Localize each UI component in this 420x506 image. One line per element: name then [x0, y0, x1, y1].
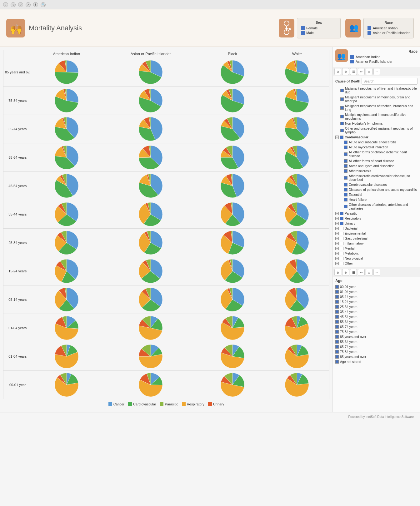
pie-cell-r11-c2[interactable]	[200, 371, 265, 399]
age-7584b[interactable]: 75-84 years	[335, 349, 418, 354]
cod-environmental-cb[interactable]	[340, 232, 343, 235]
pie-chart-r6-c2[interactable]	[202, 230, 263, 255]
cod-malignant-trachea[interactable]: Malignant neoplasms of trachea, bronchus…	[335, 103, 418, 112]
age-85over[interactable]: 85 years and over	[335, 334, 418, 339]
age-6574[interactable]: 65-74 years	[335, 324, 418, 329]
pie-cell-r10-c0[interactable]	[32, 342, 101, 371]
cod-ae-cb[interactable]	[344, 141, 348, 144]
cod-gastrointestinal[interactable]: + Gastrointestinal	[335, 236, 418, 241]
sidebar-tb-more[interactable]: ···	[373, 269, 380, 276]
pie-cell-r1-c2[interactable]	[200, 87, 265, 115]
pie-chart-r6-c3[interactable]	[267, 230, 328, 255]
cod-multiple-myeloma[interactable]: Multiple myeloma and immunoproliferative…	[335, 112, 418, 121]
age-7584-cb[interactable]	[335, 330, 339, 334]
pie-cell-r2-c1[interactable]	[101, 115, 200, 143]
cod-am-cb[interactable]	[344, 146, 348, 149]
cod-urinary-expand[interactable]: +	[335, 222, 339, 225]
cod-inflammatory-expand[interactable]: +	[335, 242, 339, 245]
pie-cell-r10-c3[interactable]	[265, 342, 329, 371]
pie-cell-r11-c1[interactable]	[101, 371, 200, 399]
pie-cell-r10-c1[interactable]	[101, 342, 200, 371]
pie-chart-r2-c1[interactable]	[103, 117, 198, 141]
pie-cell-r8-c3[interactable]	[265, 285, 329, 314]
pie-chart-r7-c2[interactable]	[202, 259, 263, 284]
browser-btn-download[interactable]: ⬇	[33, 2, 38, 7]
pie-chart-r9-c3[interactable]	[267, 315, 328, 340]
age-5564b[interactable]: 55-64 years	[335, 339, 418, 344]
pie-cell-r7-c1[interactable]	[101, 257, 200, 285]
pie-cell-r6-c1[interactable]	[101, 229, 200, 257]
cod-respiratory-cb[interactable]	[340, 217, 343, 220]
pie-cell-r3-c3[interactable]	[265, 143, 329, 172]
browser-btn-share[interactable]: ↗	[26, 2, 31, 7]
pie-cell-r1-c3[interactable]	[265, 87, 329, 115]
pie-chart-r8-c0[interactable]	[34, 287, 100, 312]
pie-chart-r7-c0[interactable]	[34, 259, 100, 284]
sidebar-tb-zoomout[interactable]: ⊖	[334, 269, 341, 276]
pie-cell-r0-c3[interactable]	[265, 58, 329, 87]
browser-btn-back[interactable]: ○	[3, 2, 8, 7]
toolbar-zoom-in[interactable]: ⊕	[342, 68, 349, 75]
cod-bacterial-expand[interactable]: +	[335, 227, 339, 230]
cod-atherosclerotic-cv[interactable]: Atherosclerotic cardiovascular disease, …	[335, 173, 418, 182]
pie-chart-r4-c1[interactable]	[103, 173, 198, 198]
cod-malignant-liver[interactable]: Malignant neoplasms of liver and intrahe…	[335, 86, 418, 95]
pie-cell-r6-c2[interactable]	[200, 229, 265, 257]
pie-chart-r10-c3[interactable]	[267, 344, 328, 369]
cod-inflammatory-cb[interactable]	[340, 242, 343, 245]
pie-chart-r11-c2[interactable]	[202, 372, 263, 397]
pie-chart-r0-c2[interactable]	[202, 60, 263, 85]
pie-chart-r2-c2[interactable]	[202, 117, 263, 141]
cod-hd-cb[interactable]	[344, 159, 348, 163]
age-0001-cb[interactable]	[335, 285, 339, 289]
pie-chart-r8-c3[interactable]	[267, 287, 328, 312]
sex-female-checkbox[interactable]	[301, 26, 305, 30]
cod-parasitic-cb[interactable]	[340, 212, 343, 215]
age-0514-cb[interactable]	[335, 295, 339, 299]
cod-essential[interactable]: Essential	[335, 192, 418, 197]
sidebar-race-ap-checkbox[interactable]	[350, 60, 354, 63]
pie-chart-r2-c0[interactable]	[34, 117, 100, 141]
cod-bacterial-cb[interactable]	[340, 227, 343, 230]
age-4554-cb[interactable]	[335, 315, 339, 319]
pie-cell-r5-c0[interactable]	[32, 200, 101, 229]
cod-mental[interactable]: + Mental	[335, 246, 418, 251]
pie-cell-r4-c3[interactable]	[265, 172, 329, 200]
cod-mental-expand[interactable]: +	[335, 247, 339, 250]
cod-metabolic[interactable]: + Metabolic	[335, 251, 418, 256]
cod-mental-cb[interactable]	[340, 247, 343, 250]
cod-other-expand[interactable]: +	[335, 262, 339, 265]
race-ap-checkbox[interactable]	[368, 31, 371, 35]
cod-bacterial[interactable]: + Bacterial	[335, 226, 418, 231]
pie-chart-r0-c3[interactable]	[267, 60, 328, 85]
pie-chart-r10-c0[interactable]	[34, 344, 100, 369]
age-not-stated[interactable]: Age not stated	[335, 359, 418, 364]
pie-cell-r0-c2[interactable]	[200, 58, 265, 87]
cod-malignant-meninges-cb[interactable]	[340, 97, 344, 101]
pie-chart-r5-c1[interactable]	[103, 202, 198, 227]
cod-respiratory[interactable]: + Respiratory	[335, 216, 418, 221]
pie-cell-r5-c3[interactable]	[265, 200, 329, 229]
age-5564-cb[interactable]	[335, 320, 339, 324]
sex-male-option[interactable]: Male	[301, 31, 337, 35]
age-85overb[interactable]: 85 years and over	[335, 354, 418, 359]
pie-chart-r0-c1[interactable]	[103, 60, 198, 85]
pie-cell-r5-c2[interactable]	[200, 200, 265, 229]
sex-male-checkbox[interactable]	[301, 31, 305, 35]
pie-cell-r4-c0[interactable]	[32, 172, 101, 200]
cod-malignant-trachea-cb[interactable]	[340, 106, 344, 110]
age-0104[interactable]: 01-04 years	[335, 289, 418, 294]
pie-cell-r9-c1[interactable]	[101, 314, 200, 342]
pie-chart-r7-c3[interactable]	[267, 259, 328, 284]
cod-cerebrovascular[interactable]: Cerebrovascular diseases	[335, 182, 418, 187]
age-85overb-cb[interactable]	[335, 355, 339, 359]
pie-cell-r4-c1[interactable]	[101, 172, 200, 200]
age-0514[interactable]: 05-14 years	[335, 294, 418, 299]
pie-chart-r8-c1[interactable]	[103, 287, 198, 312]
pie-cell-r0-c0[interactable]	[32, 58, 101, 87]
race-american-indian-option[interactable]: American Indian	[368, 26, 410, 30]
pie-cell-r9-c3[interactable]	[265, 314, 329, 342]
cod-cardiovascular-group[interactable]: − Cardiovascular	[335, 135, 418, 140]
age-7584[interactable]: 75-84 years	[335, 329, 418, 334]
cod-urinary[interactable]: + Urinary	[335, 221, 418, 226]
